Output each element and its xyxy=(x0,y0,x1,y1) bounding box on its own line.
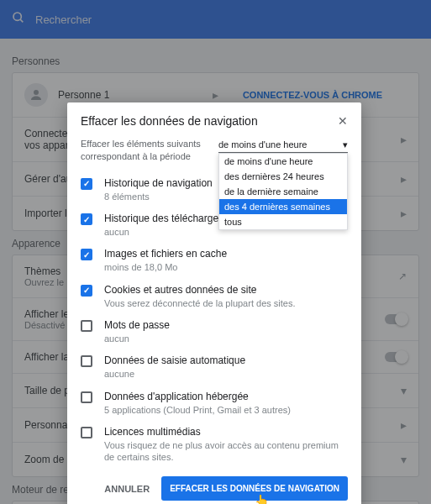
check-sub: Vous risquez de ne plus avoir accès au c… xyxy=(104,439,348,464)
checkbox[interactable] xyxy=(81,178,92,190)
cursor-icon: 👆 xyxy=(255,494,269,504)
period-option[interactable]: des 4 dernières semaines xyxy=(219,199,347,214)
check-row: Licences multimédias Vous risquez de ne … xyxy=(67,421,361,469)
period-option[interactable]: des dernières 24 heures xyxy=(219,169,347,184)
check-sub: aucune xyxy=(104,368,348,380)
period-dropdown: de moins d'une heure des dernières 24 he… xyxy=(218,153,348,230)
check-sub: 5 applications (Cloud Print, Gmail et 3 … xyxy=(104,404,348,416)
check-sub: Vous serez déconnecté de la plupart des … xyxy=(104,297,348,309)
clear-data-dialog: Effacer les données de navigation ✕ Effa… xyxy=(67,102,361,504)
check-row: Données de saisie automatique aucune xyxy=(67,349,361,385)
period-option[interactable]: tous xyxy=(219,214,347,229)
check-title: Données de saisie automatique xyxy=(104,354,348,366)
check-title: Mots de passe xyxy=(104,319,348,331)
checkbox[interactable] xyxy=(81,427,92,438)
confirm-button[interactable]: EFFACER LES DONNÉES DE NAVIGATION 👆 xyxy=(161,476,348,501)
cancel-button[interactable]: ANNULER xyxy=(99,477,155,501)
period-select[interactable]: de moins d'une heure▾ de moins d'une heu… xyxy=(218,138,348,153)
check-sub: moins de 18,0 Mo xyxy=(104,261,348,273)
checkbox[interactable] xyxy=(81,355,92,367)
period-option[interactable]: de moins d'une heure xyxy=(219,154,347,169)
check-title: Cookies et autres données de site xyxy=(104,284,348,296)
check-row: Cookies et autres données de site Vous s… xyxy=(67,279,361,314)
check-row: Données d'application hébergée 5 applica… xyxy=(67,386,361,421)
check-title: Licences multimédias xyxy=(104,426,348,438)
checkbox[interactable] xyxy=(81,213,92,225)
check-title: Images et fichiers en cache xyxy=(104,248,348,260)
check-row: Mots de passe aucun xyxy=(67,314,361,349)
check-row: Images et fichiers en cache moins de 18,… xyxy=(67,243,361,278)
checkbox[interactable] xyxy=(81,249,92,260)
check-title: Données d'application hébergée xyxy=(104,391,348,402)
close-icon[interactable]: ✕ xyxy=(338,114,348,128)
checkbox[interactable] xyxy=(81,320,92,332)
dialog-title: Effacer les données de navigation xyxy=(81,114,258,128)
checkbox[interactable] xyxy=(81,391,92,403)
chevron-down-icon: ▾ xyxy=(343,139,348,150)
checkbox[interactable] xyxy=(81,285,92,297)
period-option[interactable]: de la dernière semaine xyxy=(219,184,347,199)
period-label: Effacer les éléments suivants correspond… xyxy=(81,138,210,164)
check-sub: aucun xyxy=(104,333,348,344)
